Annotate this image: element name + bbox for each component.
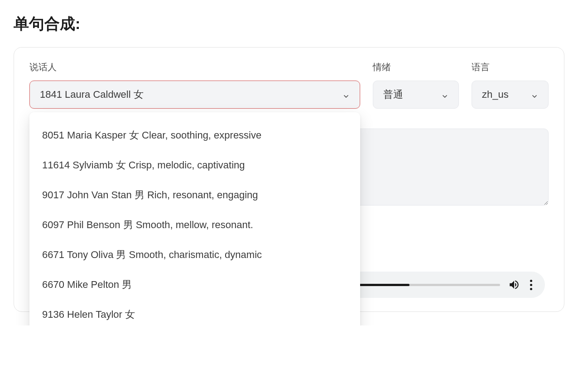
speaker-option[interactable]: 9136 Helen Taylor 女: [29, 300, 360, 325]
chevron-down-icon: [441, 91, 448, 98]
language-select-value: zh_us: [482, 89, 509, 100]
speaker-select-wrap: 1841 Laura Caldwell 女 8051 Maria Kasper …: [29, 81, 360, 109]
speaker-field: 说话人 1841 Laura Caldwell 女 8051 Maria Kas…: [29, 61, 360, 109]
speaker-option[interactable]: 11614 Sylviamb 女 Crisp, melodic, captiva…: [29, 150, 360, 180]
speaker-option[interactable]: 8051 Maria Kasper 女 Clear, soothing, exp…: [29, 120, 360, 150]
audio-player: [346, 272, 545, 298]
emotion-select-value: 普通: [383, 88, 403, 101]
language-select[interactable]: zh_us: [472, 81, 549, 109]
language-label: 语言: [472, 61, 549, 73]
emotion-field: 情绪 普通: [373, 61, 459, 109]
language-field: 语言 zh_us: [472, 61, 549, 109]
more-menu-icon[interactable]: [528, 278, 534, 292]
chevron-down-icon: [342, 91, 350, 98]
speaker-label: 说话人: [29, 61, 360, 73]
speaker-option[interactable]: 6671 Tony Oliva 男 Smooth, charismatic, d…: [29, 240, 360, 270]
speaker-select[interactable]: 1841 Laura Caldwell 女: [29, 81, 360, 109]
speaker-dropdown: 8051 Maria Kasper 女 Clear, soothing, exp…: [29, 112, 360, 325]
emotion-label: 情绪: [373, 61, 459, 73]
volume-icon[interactable]: [508, 279, 520, 291]
speaker-option[interactable]: 6670 Mike Pelton 男: [29, 270, 360, 300]
audio-progress: [354, 284, 409, 286]
speaker-select-value: 1841 Laura Caldwell 女: [40, 88, 144, 101]
audio-seek-track[interactable]: [354, 284, 500, 286]
emotion-select[interactable]: 普通: [373, 81, 459, 109]
chevron-down-icon: [531, 91, 538, 98]
page-title: 单句合成:: [14, 14, 564, 34]
speaker-option[interactable]: 6097 Phil Benson 男 Smooth, mellow, reson…: [29, 210, 360, 240]
synthesis-panel: i3综合社区 www.i3zh.com 说话人 1841 Laura Caldw…: [14, 47, 564, 312]
controls-row: 说话人 1841 Laura Caldwell 女 8051 Maria Kas…: [29, 61, 549, 109]
speaker-option[interactable]: 9017 John Van Stan 男 Rich, resonant, eng…: [29, 180, 360, 210]
